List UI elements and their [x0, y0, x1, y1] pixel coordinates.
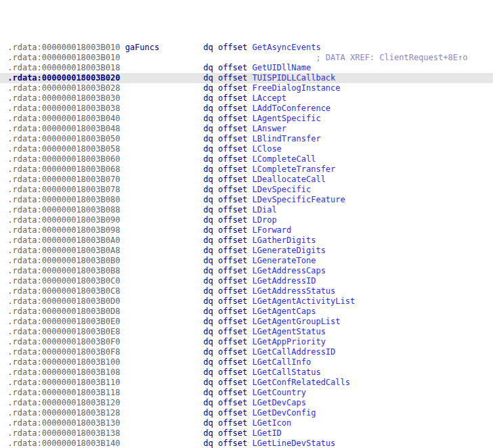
row-symbol[interactable]: LGetAgentGroupList: [252, 317, 340, 326]
row-address: .rdata:000000018003B078: [7, 185, 120, 194]
listing-row[interactable]: .rdata:000000018003B058 dq offset LClose: [0, 144, 493, 154]
row-symbol[interactable]: GetUIDllName: [252, 63, 311, 72]
listing-row[interactable]: .rdata:000000018003B098 dq offset LForwa…: [0, 225, 493, 236]
row-symbol[interactable]: LCompleteTransfer: [252, 164, 335, 174]
listing-row[interactable]: .rdata:000000018003B048 dq offset LAnswe…: [0, 124, 493, 134]
row-symbol[interactable]: LBlindTransfer: [252, 134, 320, 143]
row-symbol[interactable]: LCompleteCall: [252, 154, 316, 164]
listing-row[interactable]: .rdata:000000018003B090 dq offset LDrop: [0, 215, 493, 225]
listing-row[interactable]: .rdata:000000018003B0F8 dq offset LGetCa…: [0, 347, 493, 357]
listing-row[interactable]: .rdata:000000018003B0A0 dq offset LGathe…: [0, 236, 493, 246]
row-symbol[interactable]: LGetCallInfo: [252, 357, 311, 367]
row-symbol[interactable]: LGatherDigits: [252, 236, 316, 245]
listing-row[interactable]: .rdata:000000018003B010 ; DATA XREF: Cli…: [0, 53, 493, 63]
listing-row[interactable]: .rdata:000000018003B128 dq offset LGetDe…: [0, 408, 493, 418]
listing-row[interactable]: .rdata:000000018003B030 dq offset LAccep…: [0, 93, 493, 104]
listing-row[interactable]: .rdata:000000018003B0C8 dq offset LGetAd…: [0, 286, 493, 296]
listing-row[interactable]: .rdata:000000018003B070 dq offset LDeall…: [0, 175, 493, 185]
row-symbol[interactable]: LDrop: [252, 215, 276, 225]
row-symbol[interactable]: LGetAddressCaps: [252, 266, 325, 275]
listing-row[interactable]: .rdata:000000018003B038 dq offset LAddTo…: [0, 104, 493, 114]
row-label[interactable]: gaFuncs: [125, 43, 160, 52]
row-symbol[interactable]: LGetAddressStatus: [252, 286, 335, 296]
row-address: .rdata:000000018003B030: [7, 93, 120, 103]
row-symbol[interactable]: LGetLineDevStatus: [252, 439, 335, 448]
row-instruction: dq offset: [203, 418, 252, 428]
listing-row[interactable]: .rdata:000000018003B120 dq offset LGetDe…: [0, 398, 493, 408]
listing-row[interactable]: .rdata:000000018003B140 dq offset LGetLi…: [0, 439, 493, 448]
row-symbol[interactable]: LAnswer: [252, 124, 286, 133]
row-symbol[interactable]: LGetDevCaps: [252, 398, 305, 407]
listing-row[interactable]: .rdata:000000018003B0E0 dq offset LGetAg…: [0, 317, 493, 327]
listing-row[interactable]: .rdata:000000018003B010 gaFuncs dq offse…: [0, 43, 493, 53]
row-symbol[interactable]: LGetAgentActivityList: [252, 296, 355, 306]
row-symbol[interactable]: LGetAppPriority: [252, 337, 325, 346]
row-symbol[interactable]: LGetID: [252, 428, 281, 438]
listing-row[interactable]: .rdata:000000018003B108 dq offset LGetCa…: [0, 367, 493, 378]
listing-row[interactable]: .rdata:000000018003B0A8 dq offset LGener…: [0, 246, 493, 256]
row-address: .rdata:000000018003B120: [7, 398, 120, 407]
row-symbol[interactable]: LGetConfRelatedCalls: [252, 378, 350, 387]
row-symbol[interactable]: LDial: [252, 205, 276, 215]
listing-row[interactable]: .rdata:000000018003B0B0 dq offset LGener…: [0, 256, 493, 266]
listing-rows: .rdata:000000018003B010 gaFuncs dq offse…: [0, 43, 493, 448]
listing-row[interactable]: .rdata:000000018003B118 dq offset LGetCo…: [0, 388, 493, 398]
row-xref-comment[interactable]: ; DATA XREF: ClientRequest+8E↑o: [316, 53, 467, 62]
row-symbol[interactable]: LGetIcon: [252, 418, 291, 428]
row-symbol[interactable]: LGenerateTone: [252, 256, 316, 265]
row-address: .rdata:000000018003B138: [7, 428, 120, 438]
listing-row[interactable]: .rdata:000000018003B078 dq offset LDevSp…: [0, 185, 493, 195]
row-symbol[interactable]: LForward: [252, 225, 291, 235]
row-instruction: dq offset: [203, 104, 252, 113]
row-symbol[interactable]: LGetCountry: [252, 388, 305, 397]
row-symbol[interactable]: LClose: [252, 144, 281, 154]
row-symbol[interactable]: LAddToConference: [252, 104, 330, 113]
row-symbol[interactable]: LGetAgentStatus: [252, 327, 325, 336]
listing-row[interactable]: .rdata:000000018003B130 dq offset LGetIc…: [0, 418, 493, 428]
row-symbol[interactable]: TUISPIDLLCallback: [252, 73, 335, 83]
partial-top-line: ; __ ___ _ ___g: [0, 20, 493, 22]
listing-row[interactable]: .rdata:000000018003B028 dq offset FreeDi…: [0, 83, 493, 93]
listing-row[interactable]: .rdata:000000018003B060 dq offset LCompl…: [0, 154, 493, 164]
listing-row[interactable]: .rdata:000000018003B100 dq offset LGetCa…: [0, 357, 493, 367]
listing-row[interactable]: .rdata:000000018003B0E8 dq offset LGetAg…: [0, 327, 493, 337]
row-symbol[interactable]: LAgentSpecific: [252, 114, 320, 123]
row-instruction: dq offset: [203, 144, 252, 154]
listing-row[interactable]: .rdata:000000018003B110 dq offset LGetCo…: [0, 378, 493, 388]
listing-row[interactable]: .rdata:000000018003B080 dq offset LDevSp…: [0, 195, 493, 205]
listing-row[interactable]: .rdata:000000018003B018 dq offset GetUID…: [0, 63, 493, 73]
row-instruction: dq offset: [203, 317, 252, 326]
listing-row[interactable]: .rdata:000000018003B068 dq offset LCompl…: [0, 164, 493, 175]
listing-row[interactable]: .rdata:000000018003B0C0 dq offset LGetAd…: [0, 276, 493, 286]
row-instruction: dq offset: [203, 307, 252, 316]
row-instruction: dq offset: [203, 439, 252, 448]
row-symbol[interactable]: FreeDialogInstance: [252, 83, 340, 93]
row-symbol[interactable]: LGenerateDigits: [252, 246, 325, 255]
listing-row[interactable]: .rdata:000000018003B020 dq offset TUISPI…: [0, 73, 493, 83]
row-symbol[interactable]: LGetCallAddressID: [252, 347, 335, 357]
row-symbol[interactable]: GetAsyncEvents: [253, 43, 321, 52]
row-instruction: dq offset: [203, 378, 252, 387]
listing-row[interactable]: .rdata:000000018003B138 dq offset LGetID: [0, 428, 493, 439]
listing-row[interactable]: .rdata:000000018003B040 dq offset LAgent…: [0, 114, 493, 124]
row-symbol[interactable]: LDeallocateCall: [252, 175, 325, 184]
row-instruction: dq offset: [203, 164, 252, 174]
row-symbol[interactable]: LGetCallStatus: [252, 367, 320, 377]
row-symbol[interactable]: LDevSpecificFeature: [252, 195, 345, 204]
listing-row[interactable]: .rdata:000000018003B0F0 dq offset LGetAp…: [0, 337, 493, 347]
row-address: .rdata:000000018003B118: [7, 388, 120, 397]
row-address: .rdata:000000018003B058: [7, 144, 120, 154]
row-symbol[interactable]: LGetAgentCaps: [252, 307, 316, 316]
row-symbol[interactable]: LAccept: [252, 93, 286, 103]
row-symbol[interactable]: LDevSpecific: [252, 185, 311, 194]
listing-row[interactable]: .rdata:000000018003B0D8 dq offset LGetAg…: [0, 307, 493, 317]
row-address: .rdata:000000018003B0B8: [7, 266, 120, 275]
listing-row[interactable]: .rdata:000000018003B088 dq offset LDial: [0, 205, 493, 215]
listing-row[interactable]: .rdata:000000018003B050 dq offset LBlind…: [0, 134, 493, 144]
listing-row[interactable]: .rdata:000000018003B0B8 dq offset LGetAd…: [0, 266, 493, 276]
row-symbol[interactable]: LGetAddressID: [252, 276, 316, 286]
row-address: .rdata:000000018003B068: [7, 164, 120, 174]
row-address: .rdata:000000018003B0F0: [7, 337, 120, 346]
listing-row[interactable]: .rdata:000000018003B0D0 dq offset LGetAg…: [0, 296, 493, 307]
row-symbol[interactable]: LGetDevConfig: [252, 408, 316, 418]
